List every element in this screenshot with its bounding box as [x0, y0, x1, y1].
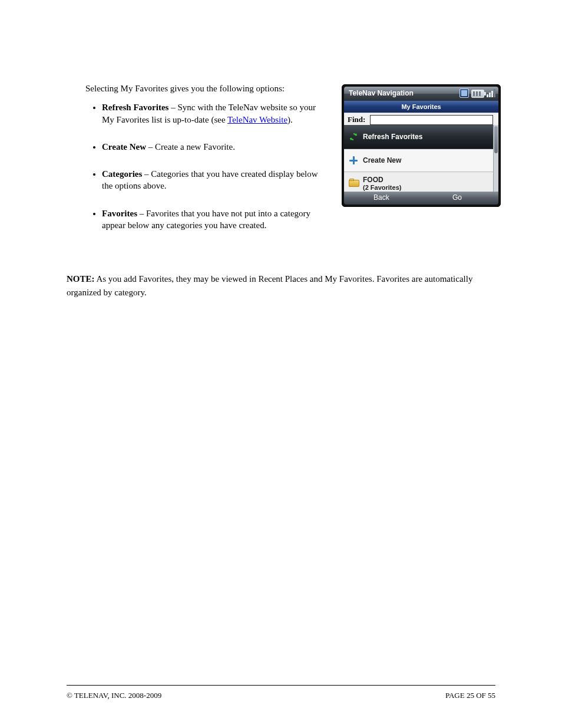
softkey-bar: Back Go	[344, 192, 498, 205]
note-text: As you add Favorites, they may be viewed…	[67, 274, 472, 297]
bullet-text: – Create a new Favorite.	[146, 142, 235, 151]
find-input[interactable]	[370, 115, 493, 125]
favorites-list: Refresh Favorites Create New FOOD (2 Fav…	[344, 125, 498, 193]
battery-icon	[471, 90, 484, 98]
link-telenav-website[interactable]: TeleNav Website	[227, 115, 287, 124]
find-label: Find:	[348, 115, 365, 124]
category-name: FOOD	[363, 176, 384, 184]
folder-icon	[349, 179, 359, 187]
bullet-bold: Favorites	[102, 209, 137, 218]
intro-text: Selecting My Favorites gives you the fol…	[85, 83, 327, 94]
note-label: NOTE:	[67, 274, 95, 284]
row-label: Create New	[363, 156, 401, 164]
footer-copyright: © TELENAV, INC. 2008-2009	[67, 691, 161, 700]
bullet-tail: ).	[287, 115, 293, 124]
status-icons	[459, 88, 495, 98]
softkey-back[interactable]: Back	[373, 193, 389, 202]
bullet-refresh: Refresh Favorites – Sync with the TeleNa…	[102, 101, 327, 126]
scrollbar-thumb[interactable]	[494, 126, 498, 153]
footer-rule	[67, 685, 495, 686]
bullet-bold: Refresh Favorites	[102, 103, 168, 112]
footer-page-number: PAGE 25 OF 55	[445, 691, 495, 700]
scrollbar[interactable]	[493, 125, 498, 193]
row-refresh-favorites[interactable]: Refresh Favorites	[344, 125, 498, 149]
screen-header: My Favorites	[344, 101, 498, 113]
refresh-icon	[349, 132, 358, 141]
bullet-create: Create New – Create a new Favorite.	[102, 141, 327, 153]
left-column: Selecting My Favorites gives you the fol…	[85, 83, 327, 246]
note-paragraph: NOTE: As you add Favorites, they may be …	[67, 272, 491, 299]
signal-icon	[487, 89, 495, 97]
sim-icon	[459, 88, 469, 98]
page: Selecting My Favorites gives you the fol…	[0, 0, 562, 728]
category-count: (2 Favorites)	[363, 184, 401, 191]
bullet-categories: Categories – Categories that you have cr…	[102, 168, 327, 192]
bullet-favorites: Favorites – Favorites that you have not …	[102, 207, 327, 232]
plus-icon	[349, 156, 358, 165]
app-title: TeleNav Navigation	[349, 89, 414, 97]
find-bar: Find:	[344, 113, 498, 126]
softkey-go[interactable]: Go	[452, 193, 462, 202]
row-label: Refresh Favorites	[363, 133, 422, 141]
bullet-list: Refresh Favorites – Sync with the TeleNa…	[85, 101, 327, 231]
phone-screenshot: TeleNav Navigation My Favorites Find: Re…	[342, 84, 501, 207]
app-titlebar: TeleNav Navigation	[344, 87, 498, 101]
bullet-bold: Create New	[102, 142, 146, 151]
row-create-new[interactable]: Create New	[344, 149, 498, 172]
bullet-bold: Categories	[102, 169, 142, 179]
row-category-food[interactable]: FOOD (2 Favorites)	[344, 172, 498, 193]
